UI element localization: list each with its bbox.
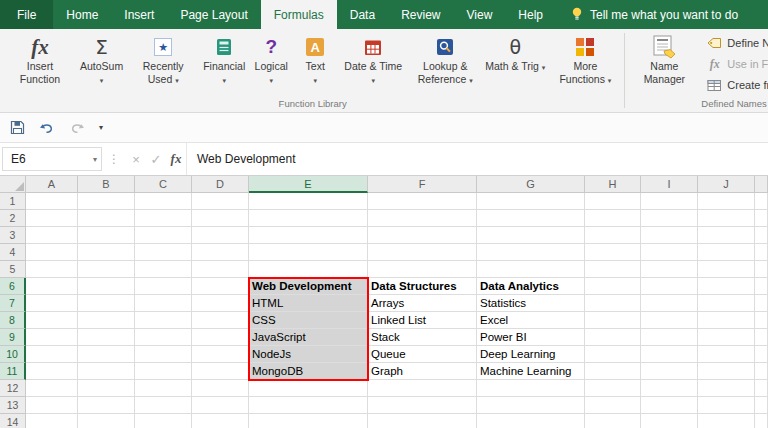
cell-D9[interactable] [192,329,249,346]
cell-D2[interactable] [192,210,249,227]
name-manager-button[interactable]: Name Manager [628,31,700,85]
cell-I6[interactable] [641,278,698,295]
cell-H1[interactable] [585,193,641,210]
cell-H9[interactable] [585,329,641,346]
row-header-1[interactable]: 1 [0,193,26,210]
cell-partial[interactable] [755,244,768,261]
cell-F6[interactable]: Data Structures [368,278,477,295]
row-header-2[interactable]: 2 [0,210,26,227]
lookup-reference-button[interactable]: Lookup & Reference ▾ [409,31,481,85]
cell-I11[interactable] [641,363,698,380]
tab-formulas[interactable]: Formulas [261,0,337,29]
cell-partial[interactable] [755,312,768,329]
cell-C14[interactable] [135,414,192,428]
cell-G11[interactable]: Machine Learning [477,363,585,380]
cell-J5[interactable] [698,261,755,278]
cell-E10[interactable]: NodeJs [249,346,368,363]
column-header-F[interactable]: F [368,176,477,193]
cell-D14[interactable] [192,414,249,428]
cell-C13[interactable] [135,397,192,414]
cell-E3[interactable] [249,227,368,244]
cell-H6[interactable] [585,278,641,295]
cell-C4[interactable] [135,244,192,261]
cell-G5[interactable] [477,261,585,278]
cell-A4[interactable] [26,244,78,261]
cell-F14[interactable] [368,414,477,428]
cell-J4[interactable] [698,244,755,261]
cell-F11[interactable]: Graph [368,363,477,380]
cell-G8[interactable]: Excel [477,312,585,329]
recently-used-button[interactable]: ★Recently Used ▾ [127,31,199,85]
cell-J7[interactable] [698,295,755,312]
cell-F3[interactable] [368,227,477,244]
cell-H10[interactable] [585,346,641,363]
cell-C11[interactable] [135,363,192,380]
cell-B14[interactable] [78,414,135,428]
cell-F9[interactable]: Stack [368,329,477,346]
select-all-corner[interactable] [0,176,26,193]
cell-I14[interactable] [641,414,698,428]
cell-A14[interactable] [26,414,78,428]
cell-partial[interactable] [755,227,768,244]
cell-partial[interactable] [755,295,768,312]
cell-E8[interactable]: CSS [249,312,368,329]
cell-B7[interactable] [78,295,135,312]
cell-D3[interactable] [192,227,249,244]
cell-H13[interactable] [585,397,641,414]
cell-I12[interactable] [641,380,698,397]
autosum-button[interactable]: ΣAutoSum▾ [76,31,127,85]
cell-B11[interactable] [78,363,135,380]
tell-me-box[interactable]: Tell me what you want to do [570,0,738,29]
cell-G13[interactable] [477,397,585,414]
cell-D13[interactable] [192,397,249,414]
cell-B9[interactable] [78,329,135,346]
customize-qat-button[interactable]: ▾ [99,123,103,132]
cell-C1[interactable] [135,193,192,210]
cell-A5[interactable] [26,261,78,278]
cell-I2[interactable] [641,210,698,227]
cell-partial[interactable] [755,380,768,397]
cell-E9[interactable]: JavaScript [249,329,368,346]
cell-C9[interactable] [135,329,192,346]
cell-H8[interactable] [585,312,641,329]
cell-J1[interactable] [698,193,755,210]
cell-F10[interactable]: Queue [368,346,477,363]
column-header-H[interactable]: H [585,176,641,193]
row-header-7[interactable]: 7 [0,295,26,312]
cell-H11[interactable] [585,363,641,380]
cell-H12[interactable] [585,380,641,397]
cell-F7[interactable]: Arrays [368,295,477,312]
cell-C3[interactable] [135,227,192,244]
cell-C5[interactable] [135,261,192,278]
cell-I5[interactable] [641,261,698,278]
enter-icon[interactable]: ✓ [146,152,166,167]
cell-B6[interactable] [78,278,135,295]
use-in-formula-button[interactable]: fx Use in Formula ▾ [702,54,768,74]
column-header-J[interactable]: J [698,176,755,193]
cell-B1[interactable] [78,193,135,210]
cell-G3[interactable] [477,227,585,244]
text-button[interactable]: AText▾ [293,31,337,85]
cell-G4[interactable] [477,244,585,261]
cell-J2[interactable] [698,210,755,227]
redo-button[interactable] [69,121,85,135]
insert-function-icon[interactable]: fx [166,151,186,167]
cell-B2[interactable] [78,210,135,227]
name-box[interactable]: E6 ▾ [2,147,102,171]
row-header-11[interactable]: 11 [0,363,26,380]
cell-B8[interactable] [78,312,135,329]
cell-partial[interactable] [755,346,768,363]
cell-F12[interactable] [368,380,477,397]
cell-G9[interactable]: Power BI [477,329,585,346]
cell-partial[interactable] [755,363,768,380]
cell-partial[interactable] [755,261,768,278]
define-name-button[interactable]: Define Name ▾ [702,33,768,53]
cell-E12[interactable] [249,380,368,397]
column-header-I[interactable]: I [641,176,698,193]
cell-F1[interactable] [368,193,477,210]
tab-page-layout[interactable]: Page Layout [167,0,260,29]
cell-D1[interactable] [192,193,249,210]
cell-partial[interactable] [755,329,768,346]
row-header-3[interactable]: 3 [0,227,26,244]
cell-partial[interactable] [755,210,768,227]
